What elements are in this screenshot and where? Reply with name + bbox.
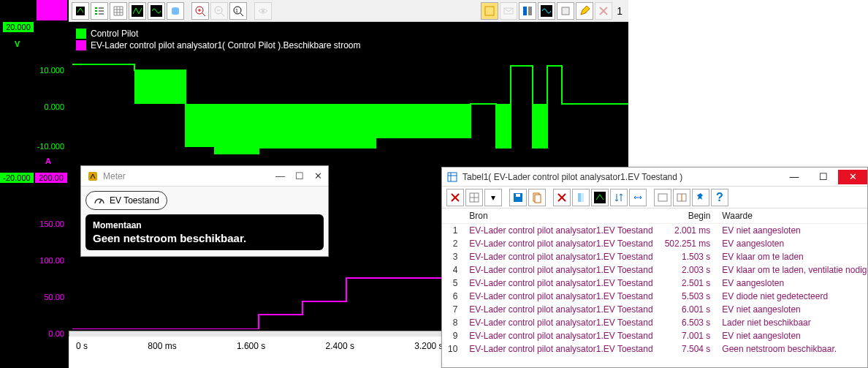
wave-tool[interactable] — [538, 2, 555, 20]
svg-rect-46 — [581, 193, 584, 202]
table-minimize[interactable]: — — [780, 170, 809, 184]
cell-n: 7 — [442, 303, 463, 316]
svg-line-18 — [240, 13, 243, 16]
cell-bron: EV-Lader control pilot analysator1.EV To… — [463, 263, 658, 277]
cell-begin: 2.001 ms — [659, 224, 717, 238]
col-waarde[interactable]: Waarde — [716, 209, 867, 224]
meter-icon — [87, 170, 99, 182]
zoom-reset[interactable]: 1 — [229, 2, 247, 20]
unit-v: V — [15, 40, 20, 48]
delete-x[interactable] — [595, 2, 612, 20]
col-begin[interactable]: Begin — [659, 209, 717, 224]
tbl-dropdown[interactable]: ▾ — [484, 189, 502, 206]
table-scroll[interactable]: Bron Begin Waarde 1EV-Lader control pilo… — [442, 209, 867, 368]
table-close[interactable]: ✕ — [838, 170, 867, 184]
svg-rect-5 — [99, 10, 104, 12]
table-window[interactable]: Tabel1( EV-Lader control pilot analysato… — [441, 167, 868, 368]
tbl-col-b[interactable] — [591, 189, 609, 206]
tool-extra[interactable] — [557, 2, 574, 20]
tool-grid[interactable] — [110, 2, 127, 20]
cell-waarde: EV niet aangesloten — [716, 224, 867, 238]
tbl-copy[interactable] — [528, 189, 546, 206]
ch-toggle[interactable] — [519, 2, 536, 20]
meter-tab-label: EV Toestand — [110, 195, 159, 206]
cell-bron: EV-Lader control pilot analysator1.EV To… — [463, 342, 658, 356]
svg-line-30 — [99, 200, 102, 203]
tool-wave-b[interactable] — [148, 2, 165, 20]
tbl-help[interactable]: ? — [711, 189, 728, 206]
cell-begin: 6.503 s — [659, 316, 717, 329]
cell-n: 1 — [442, 224, 463, 238]
col-n[interactable] — [442, 209, 463, 224]
tbl-save[interactable] — [509, 189, 527, 206]
tbl-width[interactable] — [629, 189, 647, 206]
meter-head: Momentaan — [93, 220, 316, 230]
maximize-icon[interactable]: ☐ — [295, 170, 304, 181]
meter-body: Momentaan Geen netstroom beschikbaar. — [85, 214, 324, 250]
meter-window[interactable]: Meter — ☐ ✕ EV Toestand Momentaan Geen n… — [80, 165, 329, 257]
table-row[interactable]: 6EV-Lader control pilot analysator1.EV T… — [442, 290, 867, 303]
cell-waarde: EV niet aangesloten — [716, 303, 867, 316]
legend-label-2: EV-Lader control pilot analysator1( Cont… — [91, 40, 361, 50]
tbl-col-a[interactable] — [572, 189, 590, 206]
legend-label-1: Control Pilot — [91, 29, 138, 39]
table-row[interactable]: 4EV-Lader control pilot analysator1.EV T… — [442, 263, 867, 277]
tbl-window-2[interactable] — [673, 189, 690, 206]
table-row[interactable]: 10EV-Lader control pilot analysator1.EV … — [442, 342, 867, 356]
tbl-clear[interactable] — [553, 189, 571, 206]
close-icon[interactable]: ✕ — [314, 170, 322, 181]
tool-wave-a[interactable] — [129, 2, 146, 20]
tool-list[interactable] — [91, 2, 108, 20]
tool-mode-1[interactable] — [72, 2, 89, 20]
legend-swatch-magenta — [76, 40, 86, 50]
svg-rect-47 — [594, 192, 606, 203]
table-titlebar[interactable]: Tabel1( EV-Lader control pilot analysato… — [442, 168, 867, 187]
unit-a: A — [45, 157, 51, 165]
zoom-out[interactable] — [210, 2, 228, 20]
pencil-icon[interactable] — [576, 2, 593, 20]
svg-rect-48 — [658, 194, 667, 201]
svg-rect-23 — [523, 7, 527, 15]
table-row[interactable]: 1EV-Lader control pilot analysator1.EV T… — [442, 224, 867, 238]
tbl-pin[interactable] — [692, 189, 709, 206]
table-row[interactable]: 2EV-Lader control pilot analysator1.EV T… — [442, 237, 867, 250]
table-row[interactable]: 3EV-Lader control pilot analysator1.EV T… — [442, 250, 867, 263]
table-row[interactable]: 8EV-Lader control pilot analysator1.EV T… — [442, 316, 867, 329]
mail-icon[interactable] — [500, 2, 517, 20]
tool-db[interactable] — [167, 2, 184, 20]
note-icon[interactable] — [481, 2, 498, 20]
table-row[interactable]: 5EV-Lader control pilot analysator1.EV T… — [442, 277, 867, 290]
zoom-in[interactable] — [191, 2, 209, 20]
svg-rect-21 — [485, 7, 494, 15]
svg-rect-3 — [95, 13, 97, 15]
cell-n: 10 — [442, 342, 463, 356]
ytick-a: 0.00 — [49, 329, 64, 338]
eye-icon[interactable] — [254, 2, 272, 20]
cell-bron: EV-Lader control pilot analysator1.EV To… — [463, 303, 658, 316]
svg-rect-29 — [88, 172, 97, 181]
table-row[interactable]: 9EV-Lader control pilot analysator1.EV T… — [442, 329, 867, 342]
cell-bron: EV-Lader control pilot analysator1.EV To… — [463, 224, 658, 238]
tbl-grid[interactable] — [465, 189, 483, 206]
svg-point-20 — [262, 10, 264, 12]
cell-n: 8 — [442, 316, 463, 329]
table-maximize[interactable]: ☐ — [809, 170, 838, 184]
svg-rect-31 — [448, 173, 457, 181]
meter-titlebar[interactable]: Meter — ☐ ✕ — [81, 166, 328, 187]
col-bron[interactable]: Bron — [463, 209, 658, 224]
meter-value: Geen netstroom beschikbaar. — [93, 232, 316, 244]
tbl-delete[interactable] — [446, 189, 464, 206]
svg-rect-2 — [95, 10, 97, 12]
meter-tab[interactable]: EV Toestand — [85, 191, 167, 210]
minimize-icon[interactable]: — — [275, 170, 285, 181]
cell-begin: 2.501 s — [659, 277, 717, 290]
cell-waarde: EV aangesloten — [716, 237, 867, 250]
cell-bron: EV-Lader control pilot analysator1.EV To… — [463, 250, 658, 263]
tbl-sort[interactable] — [610, 189, 628, 206]
table-row[interactable]: 7EV-Lader control pilot analysator1.EV T… — [442, 303, 867, 316]
cell-n: 6 — [442, 290, 463, 303]
cell-begin: 1.503 s — [659, 250, 717, 263]
svg-rect-24 — [528, 7, 532, 15]
meter-title-text: Meter — [103, 171, 126, 181]
tbl-window-1[interactable] — [654, 189, 671, 206]
